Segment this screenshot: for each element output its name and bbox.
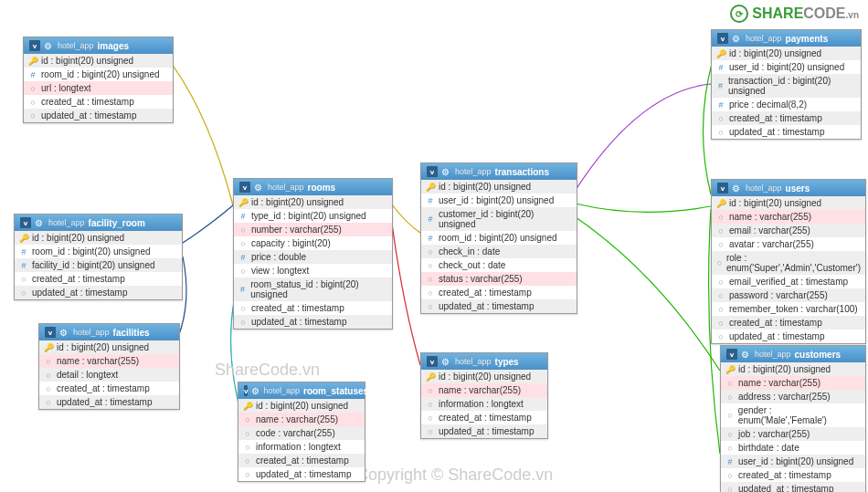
column-row[interactable]: ○birthdate : date [721,441,865,455]
column-row[interactable]: #customer_id : bigint(20) unsigned [421,207,577,231]
column-row[interactable]: ○email_verified_at : timestamp [712,275,865,288]
table-header[interactable]: v⚙hotel_app types [421,353,547,370]
table-images[interactable]: v⚙hotel_app images🔑id : bigint(20) unsig… [23,37,174,123]
column-row[interactable]: ○updated_at : timestamp [421,299,577,313]
column-row[interactable]: ○created_at : timestamp [24,95,173,109]
table-rooms[interactable]: v⚙hotel_app rooms🔑id : bigint(20) unsign… [233,178,393,330]
column-row[interactable]: ○remember_token : varchar(100) [712,302,865,316]
column-row[interactable]: 🔑id : bigint(20) unsigned [721,362,865,376]
column-row[interactable]: ○status : varchar(255) [421,272,577,286]
column-row[interactable]: ○created_at : timestamp [39,382,179,395]
column-row[interactable]: ○created_at : timestamp [721,468,865,482]
table-header[interactable]: v⚙hotel_app transactions [421,163,577,180]
column-row[interactable]: 🔑id : bigint(20) unsigned [39,340,179,354]
column-row[interactable]: ○name : varchar(255) [39,354,179,368]
table-header[interactable]: v⚙hotel_app facility_room [15,215,182,231]
gear-icon[interactable]: ⚙ [254,183,264,193]
table-header[interactable]: v⚙hotel_app customers [721,346,865,362]
gear-icon[interactable]: ⚙ [732,34,742,44]
column-row[interactable]: ○url : longtext [24,81,173,95]
column-row[interactable]: #type_id : bigint(20) unsigned [234,209,392,223]
table-header[interactable]: v⚙hotel_app facilities [39,324,179,340]
table-transactions[interactable]: v⚙hotel_app transactions🔑id : bigint(20)… [420,162,577,314]
column-row[interactable]: ○password : varchar(255) [712,288,865,302]
table-users[interactable]: v⚙hotel_app users🔑id : bigint(20) unsign… [711,179,866,344]
table-types[interactable]: v⚙hotel_app types🔑id : bigint(20) unsign… [420,352,548,439]
column-row[interactable]: #room_id : bigint(20) unsigned [15,245,182,258]
column-row[interactable]: ○updated_at : timestamp [721,482,865,492]
column-row[interactable]: 🔑id : bigint(20) unsigned [24,54,173,68]
column-row[interactable]: #price : decimal(8,2) [712,98,861,111]
column-row[interactable]: #user_id : bigint(20) unsigned [712,60,861,74]
column-row[interactable]: ○code : varchar(255) [238,426,365,440]
column-row[interactable]: ○information : longtext [421,397,547,411]
column-row[interactable]: 🔑id : bigint(20) unsigned [234,195,392,209]
column-row[interactable]: ○updated_at : timestamp [24,109,173,122]
column-row[interactable]: ○updated_at : timestamp [39,395,179,409]
column-row[interactable]: ○information : longtext [238,440,365,454]
column-row[interactable]: ○role : enum('Super','Admin','Customer') [712,251,865,275]
column-row[interactable]: #price : double [234,250,392,264]
column-row[interactable]: ○detail : longtext [39,368,179,382]
gear-icon[interactable]: ⚙ [251,386,259,396]
table-header[interactable]: v⚙hotel_app users [712,180,865,196]
table-payments[interactable]: v⚙hotel_app payments🔑id : bigint(20) uns… [711,29,862,140]
column-row[interactable]: ○created_at : timestamp [712,111,861,125]
column-row[interactable]: ○check_in : date [421,245,577,258]
column-row[interactable]: ○created_at : timestamp [421,286,577,299]
column-row[interactable]: ○capacity : bigint(20) [234,236,392,250]
table-header[interactable]: v⚙hotel_app payments [712,30,861,47]
column-row[interactable]: ○check_out : date [421,258,577,272]
column-row[interactable]: 🔑id : bigint(20) unsigned [238,399,365,413]
gear-icon[interactable]: ⚙ [44,41,54,51]
column-row[interactable]: #facility_id : bigint(20) unsigned [15,258,182,272]
table-header[interactable]: v⚙hotel_app room_statuses [238,382,365,399]
column-row[interactable]: ○updated_at : timestamp [15,286,182,299]
table-facility-room[interactable]: v⚙hotel_app facility_room🔑id : bigint(20… [14,214,183,300]
column-row[interactable]: ○email : varchar(255) [712,224,865,237]
gear-icon[interactable]: ⚙ [741,350,751,360]
column-row[interactable]: ○avatar : varchar(255) [712,237,865,251]
column-row[interactable]: 🔑id : bigint(20) unsigned [421,370,547,383]
column-row[interactable]: 🔑id : bigint(20) unsigned [421,180,577,194]
column-row[interactable]: ○view : longtext [234,264,392,277]
column-row[interactable]: #room_id : bigint(20) unsigned [421,231,577,245]
column-row[interactable]: #room_status_id : bigint(20) unsigned [234,277,392,301]
column-row[interactable]: 🔑id : bigint(20) unsigned [712,196,865,210]
column-row[interactable]: ○name : varchar(255) [721,376,865,390]
gear-icon[interactable]: ⚙ [441,167,451,177]
column-row[interactable]: ○updated_at : timestamp [238,467,365,481]
column-row[interactable]: #user_id : bigint(20) unsigned [421,194,577,207]
gear-icon[interactable]: ⚙ [59,328,69,338]
gear-icon[interactable]: ⚙ [35,218,45,228]
column-row[interactable]: ○created_at : timestamp [712,316,865,330]
column-row[interactable]: #room_id : bigint(20) unsigned [24,68,173,81]
column-row[interactable]: ○number : varchar(255) [234,223,392,236]
column-row[interactable]: ○updated_at : timestamp [421,424,547,438]
column-row[interactable]: ○name : varchar(255) [712,210,865,224]
column-row[interactable]: ○name : varchar(255) [238,413,365,426]
column-row[interactable]: ○created_at : timestamp [421,411,547,424]
table-header[interactable]: v⚙hotel_app rooms [234,179,392,195]
column-row[interactable]: ○name : varchar(255) [421,383,547,397]
column-row[interactable]: 🔑id : bigint(20) unsigned [15,231,182,245]
column-row[interactable]: #user_id : bigint(20) unsigned [721,455,865,468]
column-row[interactable]: #transaction_id : bigint(20) unsigned [712,74,861,98]
column-row[interactable]: ○created_at : timestamp [234,301,392,315]
column-row[interactable]: ○updated_at : timestamp [712,330,865,343]
column-row[interactable]: ○updated_at : timestamp [712,125,861,139]
table-header[interactable]: v⚙hotel_app images [24,37,173,54]
column-def: name : varchar(255) [256,414,338,424]
column-row[interactable]: 🔑id : bigint(20) unsigned [712,47,861,60]
column-row[interactable]: ○job : varchar(255) [721,427,865,441]
column-row[interactable]: ○address : varchar(255) [721,390,865,403]
column-row[interactable]: ○gender : enum('Male','Female') [721,403,865,427]
gear-icon[interactable]: ⚙ [732,183,742,194]
gear-icon[interactable]: ⚙ [441,357,451,367]
column-row[interactable]: ○updated_at : timestamp [234,315,392,329]
column-row[interactable]: ○created_at : timestamp [238,454,365,467]
column-row[interactable]: ○created_at : timestamp [15,272,182,286]
table-room-statuses[interactable]: v⚙hotel_app room_statuses🔑id : bigint(20… [238,382,365,482]
table-facilities[interactable]: v⚙hotel_app facilities🔑id : bigint(20) u… [38,323,180,410]
table-customers[interactable]: v⚙hotel_app customers🔑id : bigint(20) un… [720,345,866,492]
